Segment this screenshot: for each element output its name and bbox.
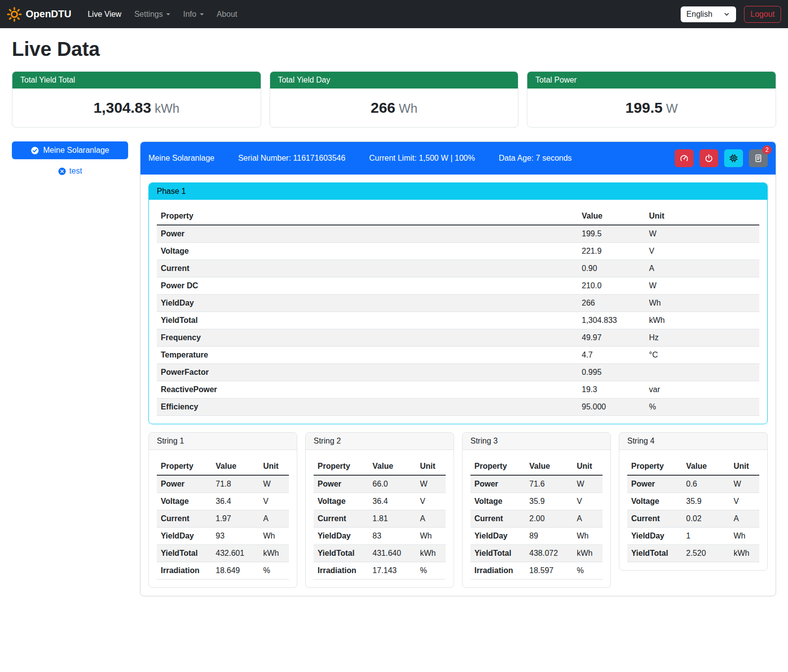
table-row: Power71.6W (470, 475, 603, 493)
value-cell: 83 (369, 528, 416, 545)
string-2-body: Property Value Unit Power66.0WVoltage36.… (306, 450, 454, 587)
card-body: 1,304.83kWh (12, 89, 261, 127)
content-row: Meine Solaranlage test Meine Solaranlage… (12, 141, 776, 596)
property-cell: Voltage (314, 493, 369, 510)
column-value: Value (578, 208, 640, 225)
string-3-body: Property Value Unit Power71.6WVoltage35.… (463, 450, 610, 587)
unit-cell: °C (640, 347, 759, 364)
unit-cell: V (640, 243, 759, 260)
property-cell: Frequency (157, 329, 578, 347)
card-body: 199.5W (527, 89, 776, 127)
table-row: YieldDay89Wh (470, 528, 603, 545)
nav-item-info[interactable]: Info (177, 6, 210, 23)
unit-cell: var (640, 381, 759, 399)
table-header-row: Property Value Unit (627, 458, 759, 475)
page-title: Live Data (12, 38, 776, 60)
property-cell: YieldTotal (627, 545, 682, 562)
inverter-list: Meine Solaranlage test (12, 141, 128, 176)
phase-1-table: Property Value Unit Power199.5WVoltage22… (157, 208, 759, 416)
table-row: Power66.0W (314, 475, 446, 493)
property-cell: Current (157, 260, 578, 277)
table-row: YieldTotal432.601kWh (157, 545, 289, 562)
string-1-table: Property Value Unit Power71.8WVoltage36.… (157, 458, 289, 580)
unit-cell: A (259, 510, 289, 528)
column-value: Value (525, 458, 573, 475)
table-row: YieldTotal2.520kWh (627, 545, 759, 562)
inverter-item-test[interactable]: test (12, 167, 128, 176)
property-cell: Power DC (157, 277, 578, 295)
nav-item-about[interactable]: About (210, 6, 244, 23)
column-property: Property (314, 458, 369, 475)
string-3-table: Property Value Unit Power71.6WVoltage35.… (470, 458, 603, 580)
device-info-button[interactable] (724, 149, 743, 167)
brand[interactable]: OpenDTU (7, 7, 71, 22)
unit-cell (640, 364, 759, 381)
event-log-icon (754, 154, 763, 163)
table-row: PowerFactor0.995 (157, 364, 759, 381)
table-header-row: Property Value Unit (314, 458, 446, 475)
nav-item-settings-label: Settings (134, 10, 163, 19)
table-row: YieldTotal431.640kWh (314, 545, 446, 562)
unit-cell: Wh (573, 528, 603, 545)
language-select-value: English (687, 10, 712, 19)
main-nav: Live View Settings Info About (81, 6, 244, 23)
string-4-table: Property Value Unit Power0.6WVoltage35.9… (627, 458, 759, 562)
table-row: Irradiation18.649% (157, 562, 289, 580)
value-cell: 18.597 (525, 562, 573, 580)
table-head: Property Value Unit (157, 208, 759, 225)
total-yield-day-card: Total Yield Day 266Wh (270, 71, 519, 128)
unit-cell: W (640, 277, 759, 295)
nav-item-live-view[interactable]: Live View (81, 6, 128, 23)
unit-cell: V (730, 493, 759, 510)
value-cell: 1 (682, 528, 730, 545)
table-row: Voltage36.4V (314, 493, 446, 510)
string-2-table: Property Value Unit Power66.0WVoltage36.… (314, 458, 446, 580)
inverter-select-button[interactable]: Meine Solaranlage (12, 141, 128, 159)
column-property: Property (157, 458, 212, 475)
column-unit: Unit (259, 458, 289, 475)
value-cell: 0.90 (578, 260, 640, 277)
string-4-body: Property Value Unit Power0.6WVoltage35.9… (619, 450, 767, 570)
value-cell: 438.072 (525, 545, 573, 562)
table-body: Power71.8WVoltage36.4VCurrent1.97AYieldD… (157, 475, 289, 580)
table-row: YieldDay1Wh (627, 528, 759, 545)
table-body: Power66.0WVoltage36.4VCurrent1.81AYieldD… (314, 475, 446, 580)
column-unit: Unit (730, 458, 759, 475)
value-cell: 2.520 (682, 545, 730, 562)
limit-settings-button[interactable] (675, 149, 694, 167)
check-circle-icon (31, 146, 39, 155)
unit-cell: V (416, 493, 446, 510)
event-log-button[interactable]: 2 (749, 149, 768, 167)
brand-label: OpenDTU (26, 8, 71, 20)
inverter-data-age: Data Age: 7 seconds (499, 154, 572, 163)
string-3-header: String 3 (463, 433, 610, 450)
inverter-limit: Current Limit: 1,500 W | 100% (369, 154, 475, 163)
table-row: YieldTotal438.072kWh (470, 545, 603, 562)
table-row: YieldDay83Wh (314, 528, 446, 545)
table-row: Voltage35.9V (470, 493, 603, 510)
logout-button[interactable]: Logout (744, 6, 781, 23)
property-cell: Current (470, 510, 525, 528)
value-cell: 71.8 (212, 475, 259, 493)
language-select[interactable]: English (681, 6, 736, 22)
table-row: Current1.81A (314, 510, 446, 528)
table-row: Irradiation18.597% (470, 562, 603, 580)
table-row: Temperature4.7°C (157, 347, 759, 364)
nav-item-settings[interactable]: Settings (128, 6, 177, 23)
value-cell: 0.6 (682, 475, 730, 493)
value-cell: 431.640 (369, 545, 416, 562)
unit-cell: % (640, 399, 759, 416)
unit-cell: W (259, 475, 289, 493)
inverter-name: Meine Solaranlage (148, 154, 214, 163)
dropdown-caret-icon (200, 13, 204, 15)
unit-cell: kWh (416, 545, 446, 562)
property-cell: Temperature (157, 347, 578, 364)
property-cell: YieldTotal (314, 545, 369, 562)
string-3-card: String 3 Property Value Unit (462, 432, 611, 588)
unit-cell: A (640, 260, 759, 277)
value-cell: 18.649 (212, 562, 259, 580)
property-cell: Voltage (470, 493, 525, 510)
table-head: Property Value Unit (157, 458, 289, 475)
power-button[interactable] (699, 149, 718, 167)
property-cell: Voltage (157, 493, 212, 510)
